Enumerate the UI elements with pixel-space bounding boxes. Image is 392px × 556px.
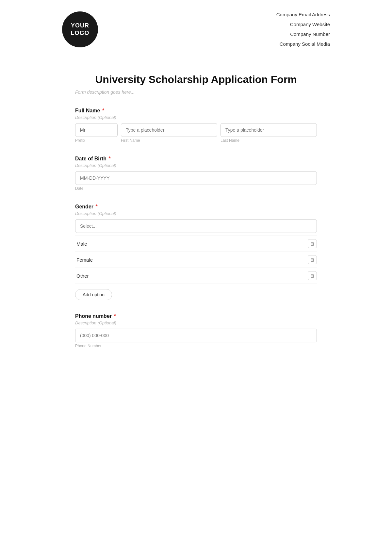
gender-options-list: Male 🗑 Female 🗑 Other 🗑 (75, 236, 317, 284)
delete-other-button[interactable]: 🗑 (308, 271, 317, 280)
add-option-button[interactable]: Add option (75, 289, 112, 300)
company-logo: YOUR LOGO (62, 11, 98, 47)
phone-input[interactable] (75, 329, 317, 342)
form-title: University Scholarship Application Form (75, 74, 317, 86)
gender-section: Gender * Description (Optional) Male 🗑 F… (75, 204, 317, 300)
gender-description: Description (Optional) (75, 211, 317, 216)
company-info-block: Company Email Address Company Website Co… (276, 10, 330, 49)
company-website: Company Website (276, 20, 330, 29)
gender-label: Gender * (75, 204, 317, 210)
last-name-input[interactable] (220, 123, 317, 137)
phone-sublabel: Phone Number (75, 344, 317, 348)
logo-line2: LOGO (71, 29, 90, 37)
last-name-label: Last Name (220, 138, 317, 143)
option-male-label: Male (76, 241, 87, 247)
dob-section: Date of Birth * Description (Optional) D… (75, 156, 317, 191)
phone-description: Description (Optional) (75, 320, 317, 325)
list-item: Other 🗑 (75, 268, 317, 284)
prefix-wrapper: Prefix (75, 123, 118, 143)
phone-section: Phone number * Description (Optional) Ph… (75, 313, 317, 348)
dob-label: Date of Birth * (75, 156, 317, 162)
form-container: University Scholarship Application Form … (49, 57, 343, 381)
gender-select[interactable] (75, 219, 317, 233)
logo-line1: YOUR (71, 22, 89, 29)
prefix-label: Prefix (75, 138, 118, 143)
form-description: Form description goes here... (75, 90, 317, 95)
full-name-description: Description (Optional) (75, 115, 317, 120)
phone-wrapper: Phone Number (75, 329, 317, 348)
page-header: YOUR LOGO Company Email Address Company … (49, 0, 343, 57)
dob-description: Description (Optional) (75, 163, 317, 168)
company-email: Company Email Address (276, 10, 330, 20)
list-item: Female 🗑 (75, 252, 317, 268)
first-name-wrapper: First Name (121, 123, 217, 143)
dob-input[interactable] (75, 171, 317, 185)
dob-wrapper: Date (75, 171, 317, 191)
option-female-label: Female (76, 257, 93, 263)
full-name-label: Full Name * (75, 108, 317, 114)
prefix-input[interactable] (75, 123, 118, 137)
first-name-label: First Name (121, 138, 217, 143)
option-other-label: Other (76, 273, 89, 279)
delete-female-button[interactable]: 🗑 (308, 255, 317, 264)
full-name-section: Full Name * Description (Optional) Prefi… (75, 108, 317, 143)
dob-sublabel: Date (75, 186, 317, 191)
first-name-input[interactable] (121, 123, 217, 137)
last-name-wrapper: Last Name (220, 123, 317, 143)
company-number: Company Number (276, 29, 330, 39)
phone-label: Phone number * (75, 313, 317, 319)
list-item: Male 🗑 (75, 236, 317, 252)
full-name-input-group: Prefix First Name Last Name (75, 123, 317, 143)
company-social: Company Social Media (276, 39, 330, 49)
delete-male-button[interactable]: 🗑 (308, 239, 317, 248)
